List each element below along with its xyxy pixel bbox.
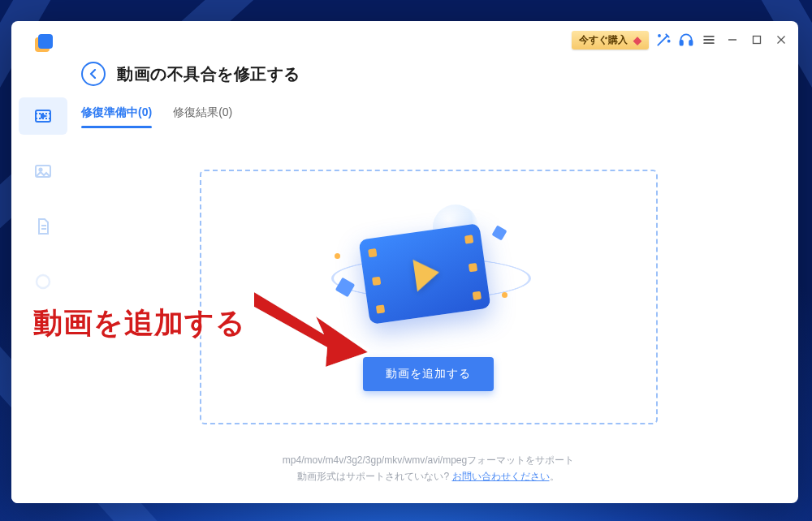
tabs: 修復準備中(0) 修復結果(0) (81, 105, 775, 129)
svg-rect-8 (754, 37, 761, 44)
back-button[interactable] (81, 62, 106, 86)
svg-point-0 (659, 35, 660, 37)
supported-formats-hint: mp4/mov/m4v/3g2/3gp/mkv/wmv/avi/mpegフォーマ… (81, 452, 775, 485)
svg-rect-3 (689, 41, 692, 45)
sidebar-item-video-repair[interactable] (19, 97, 67, 135)
svg-marker-14 (41, 114, 45, 118)
maximize-button[interactable] (748, 31, 766, 49)
contact-line: 動画形式はサポートされていない? お問い合わせください。 (81, 468, 775, 484)
sidebar-item-more[interactable] (19, 263, 67, 300)
close-button[interactable] (772, 31, 790, 49)
svg-point-19 (37, 275, 50, 288)
sidebar-item-image-repair[interactable] (19, 153, 67, 190)
app-logo (32, 34, 54, 55)
sidebar-item-document-repair[interactable] (19, 208, 67, 245)
svg-point-16 (39, 168, 41, 170)
page-header: 動画の不具合を修正する (81, 57, 775, 91)
add-video-button[interactable]: 動画を追加する (363, 357, 494, 391)
video-dropzone[interactable]: 動画を追加する (200, 170, 658, 424)
menu-icon[interactable] (701, 32, 717, 48)
diamond-icon: ◆ (633, 34, 641, 46)
page-title: 動画の不具合を修正する (117, 63, 300, 85)
minimize-button[interactable] (723, 31, 741, 49)
svg-point-1 (668, 41, 670, 42)
titlebar: 今すぐ購入 ◆ (11, 21, 798, 58)
tab-repair-queue[interactable]: 修復準備中(0) (81, 105, 152, 128)
dropzone-illustration (331, 203, 526, 341)
sidebar (11, 58, 75, 503)
contact-link[interactable]: お問い合わせください (452, 471, 550, 482)
main-panel: 動画の不具合を修正する 修復準備中(0) 修復結果(0) (75, 58, 798, 503)
headset-icon[interactable] (678, 32, 694, 48)
magic-wand-icon[interactable] (655, 32, 672, 48)
buy-now-label: 今すぐ購入 (579, 33, 628, 47)
tab-repair-results[interactable]: 修復結果(0) (173, 105, 232, 128)
buy-now-button[interactable]: 今すぐ購入 ◆ (572, 31, 649, 50)
formats-line: mp4/mov/m4v/3g2/3gp/mkv/wmv/avi/mpegフォーマ… (81, 452, 775, 468)
svg-rect-2 (680, 41, 683, 45)
app-window: 今すぐ購入 ◆ (11, 21, 798, 503)
